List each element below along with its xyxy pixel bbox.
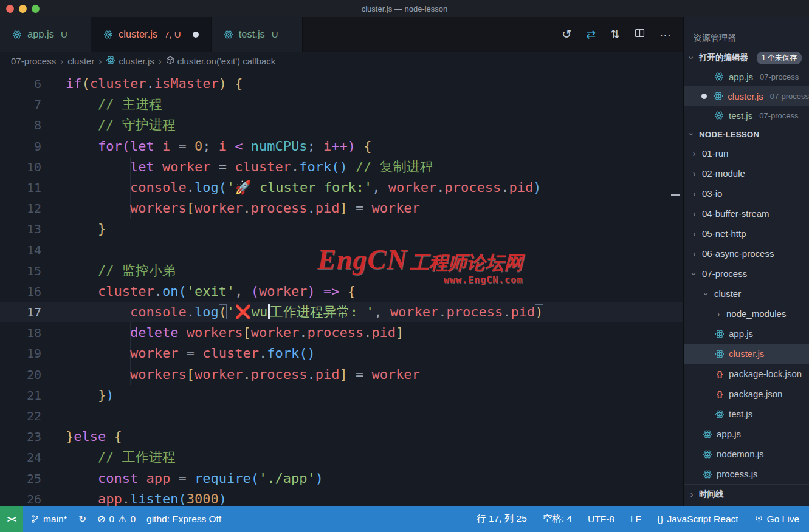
line-number[interactable]: 17 xyxy=(0,302,41,322)
unsaved-count-badge: 1 个未保存 xyxy=(757,52,802,64)
workspace-header[interactable]: › NODE-LESSON xyxy=(684,125,809,143)
folder-node_modules[interactable]: ›node_modules xyxy=(684,304,809,324)
language-mode[interactable]: {} JavaScript React xyxy=(657,514,738,525)
folder-03-io[interactable]: ›03-io xyxy=(684,183,809,203)
code-line[interactable]: 19 worker = cluster.fork() xyxy=(0,343,683,364)
sync-button[interactable]: ⇄ xyxy=(586,27,596,41)
line-number[interactable]: 26 xyxy=(0,489,41,506)
line-number[interactable]: 22 xyxy=(0,406,41,426)
minimize-window-button[interactable] xyxy=(19,5,27,13)
close-window-button[interactable] xyxy=(6,5,14,13)
open-editors-label: 打开的编辑器 xyxy=(699,52,748,63)
line-number[interactable]: 18 xyxy=(0,322,41,343)
file-package-lock.json[interactable]: {}package-lock.json xyxy=(684,364,809,384)
line-number[interactable]: 12 xyxy=(0,198,41,219)
line-number[interactable]: 14 xyxy=(0,240,41,261)
code-line[interactable]: 9 for(let i = 0; i < numCPUs; i++) { xyxy=(0,136,683,157)
tab-label: test.js xyxy=(239,29,265,40)
line-number[interactable]: 6 xyxy=(0,73,41,94)
file-process.js[interactable]: process.js xyxy=(684,464,809,484)
breadcrumb-item[interactable]: cluster.js xyxy=(106,55,154,67)
code-line[interactable]: 10 let worker = cluster.fork() // 复制进程 xyxy=(0,157,683,177)
code-line[interactable]: 26 app.listen(3000) xyxy=(0,489,683,506)
line-number[interactable]: 7 xyxy=(0,94,41,115)
code-line[interactable]: 22 xyxy=(0,406,683,426)
line-number[interactable]: 11 xyxy=(0,177,41,198)
remote-icon: >< xyxy=(7,514,16,524)
file-nodemon.js[interactable]: nodemon.js xyxy=(684,444,809,464)
remote-indicator[interactable]: >< xyxy=(0,506,23,532)
problems-item[interactable]: ⊘ 0 ⚠ 0 xyxy=(97,513,136,525)
folder-04-buffer-stream[interactable]: ›04-buffer-stream xyxy=(684,203,809,223)
split-editor-button[interactable] xyxy=(635,28,645,41)
folder-05-net-http[interactable]: ›05-net-http xyxy=(684,223,809,244)
folder-07-process[interactable]: ›07-process xyxy=(684,264,809,284)
tab-cluster.js[interactable]: cluster.js7, U xyxy=(91,17,212,52)
eol-setting[interactable]: LF xyxy=(630,514,641,525)
cursor-position[interactable]: 行 17, 列 25 xyxy=(477,513,527,525)
line-number[interactable]: 9 xyxy=(0,136,41,157)
open-editors-header[interactable]: › 打开的编辑器 1 个未保存 xyxy=(684,49,809,67)
open-editor-cluster.js[interactable]: cluster.js07-process xyxy=(684,86,809,106)
file-test.js[interactable]: test.js xyxy=(684,404,809,424)
timeline-header[interactable]: › 时间线 xyxy=(684,484,809,504)
git-branch-item[interactable]: main* xyxy=(30,514,67,525)
code-editor[interactable]: 6if(cluster.isMaster) {7 // 主进程8 // 守护进程… xyxy=(0,70,683,506)
folder-02-module[interactable]: ›02-module xyxy=(684,163,809,183)
code-line[interactable]: 7 // 主进程 xyxy=(0,94,683,115)
line-number[interactable]: 16 xyxy=(0,281,41,302)
history-button[interactable]: ↺ xyxy=(562,27,571,41)
status-bar: >< main* ↻ ⊘ 0 ⚠ 0 githd: Express Off xyxy=(0,506,809,532)
code-text: cluster.on('exit', (worker) => { xyxy=(41,281,356,302)
code-line[interactable]: 23}else { xyxy=(0,426,683,447)
tab-bar: app.jsUcluster.js7, Utest.jsU ↺⇄⇅··· xyxy=(0,17,683,52)
line-number[interactable]: 25 xyxy=(0,468,41,489)
sync-changes-button[interactable]: ↻ xyxy=(78,513,86,525)
code-line[interactable]: 18 delete workers[worker.process.pid] xyxy=(0,322,683,343)
line-number[interactable]: 23 xyxy=(0,426,41,447)
breadcrumb-item[interactable]: 07-process xyxy=(11,56,56,66)
folder-06-async-process[interactable]: ›06-async-process xyxy=(684,244,809,264)
code-line[interactable]: 6if(cluster.isMaster) { xyxy=(0,73,683,94)
open-editor-test.js[interactable]: test.js07-process xyxy=(684,106,809,125)
folder-01-run[interactable]: ›01-run xyxy=(684,143,809,163)
file-app.js[interactable]: app.js xyxy=(684,424,809,444)
encoding-setting[interactable]: UTF-8 xyxy=(588,514,614,525)
tab-test.js[interactable]: test.jsU xyxy=(212,17,303,52)
line-number[interactable]: 19 xyxy=(0,343,41,364)
code-line[interactable]: 24 // 工作进程 xyxy=(0,447,683,468)
file-cluster.js[interactable]: cluster.js xyxy=(684,344,809,364)
line-number[interactable]: 24 xyxy=(0,447,41,468)
more-actions-button[interactable]: ··· xyxy=(659,28,671,41)
line-number[interactable]: 15 xyxy=(0,261,41,281)
breadcrumb-item[interactable]: cluster.on('exit') callback xyxy=(166,56,276,66)
open-editor-app.js[interactable]: app.js07-process xyxy=(684,67,809,86)
line-number[interactable]: 20 xyxy=(0,364,41,385)
code-line[interactable]: 11 console.log('🚀 cluster fork:', worker… xyxy=(0,177,683,198)
line-number[interactable]: 8 xyxy=(0,115,41,135)
code-line[interactable]: 12 workers[worker.process.pid] = worker xyxy=(0,198,683,219)
unsaved-dot-icon[interactable] xyxy=(193,32,199,38)
zoom-window-button[interactable] xyxy=(32,5,40,13)
file-app.js[interactable]: app.js xyxy=(684,324,809,344)
code-line[interactable]: 17 console.log('❌wu工作进程异常: ', worker.pro… xyxy=(0,302,683,322)
indentation-setting[interactable]: 空格: 4 xyxy=(543,513,572,525)
code-line[interactable]: 8 // 守护进程 xyxy=(0,115,683,135)
githd-status[interactable]: githd: Express Off xyxy=(146,514,221,525)
code-line[interactable]: 15 // 监控小弟 xyxy=(0,261,683,281)
code-line[interactable]: 25 const app = require('./app') xyxy=(0,468,683,489)
code-line[interactable]: 14 xyxy=(0,240,683,261)
line-number[interactable]: 21 xyxy=(0,385,41,406)
tab-app.js[interactable]: app.jsU xyxy=(0,17,91,52)
line-number[interactable]: 13 xyxy=(0,219,41,239)
go-live-button[interactable]: Go Live xyxy=(754,514,799,525)
code-line[interactable]: 21 }) xyxy=(0,385,683,406)
code-line[interactable]: 13 } xyxy=(0,219,683,239)
code-line[interactable]: 20 workers[worker.process.pid] = worker xyxy=(0,364,683,385)
code-line[interactable]: 16 cluster.on('exit', (worker) => { xyxy=(0,281,683,302)
line-number[interactable]: 10 xyxy=(0,157,41,177)
folder-cluster[interactable]: ›cluster xyxy=(684,284,809,304)
open-changes-button[interactable]: ⇅ xyxy=(610,27,620,41)
breadcrumb-item[interactable]: cluster xyxy=(67,56,94,66)
file-package.json[interactable]: {}package.json xyxy=(684,384,809,404)
